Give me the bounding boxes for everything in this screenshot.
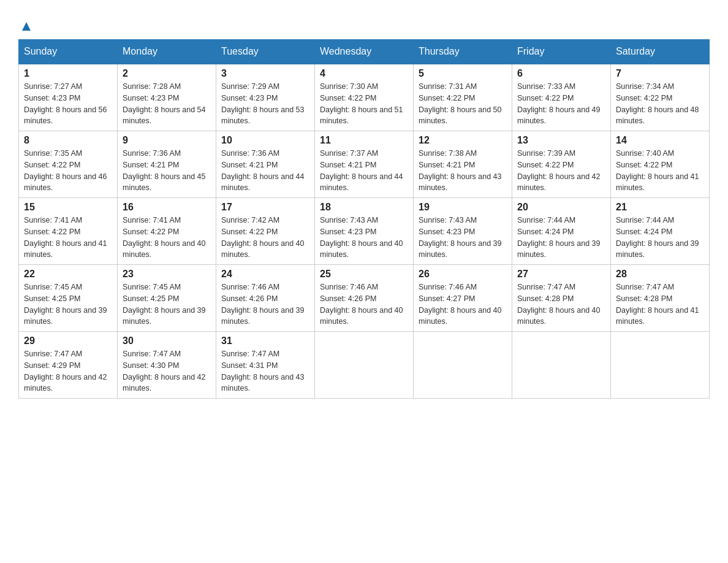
day-info: Sunrise: 7:46 AMSunset: 4:26 PMDaylight:…: [221, 282, 309, 327]
col-sunday: Sunday: [19, 40, 118, 64]
calendar-header: Sunday Monday Tuesday Wednesday Thursday…: [19, 40, 710, 64]
day-info: Sunrise: 7:46 AMSunset: 4:26 PMDaylight:…: [320, 282, 408, 327]
calendar-cell: 20Sunrise: 7:44 AMSunset: 4:24 PMDayligh…: [512, 198, 611, 265]
calendar-cell: [512, 332, 611, 399]
calendar-cell: 25Sunrise: 7:46 AMSunset: 4:26 PMDayligh…: [315, 265, 414, 332]
day-info: Sunrise: 7:36 AMSunset: 4:21 PMDaylight:…: [123, 148, 211, 194]
col-tuesday: Tuesday: [216, 40, 315, 64]
svg-marker-0: [22, 22, 31, 31]
day-info: Sunrise: 7:41 AMSunset: 4:22 PMDaylight:…: [24, 215, 112, 261]
day-number: 3: [221, 68, 309, 79]
day-number: 14: [616, 135, 704, 146]
col-saturday: Saturday: [611, 40, 710, 64]
calendar-cell: [315, 332, 414, 399]
day-number: 5: [419, 68, 507, 79]
calendar-cell: 17Sunrise: 7:42 AMSunset: 4:22 PMDayligh…: [216, 198, 315, 265]
day-number: 29: [24, 335, 112, 347]
calendar-cell: 3Sunrise: 7:29 AMSunset: 4:23 PMDaylight…: [216, 64, 315, 131]
calendar-cell: [414, 332, 512, 399]
day-info: Sunrise: 7:29 AMSunset: 4:23 PMDaylight:…: [221, 81, 309, 127]
day-number: 26: [419, 269, 507, 280]
day-info: Sunrise: 7:37 AMSunset: 4:21 PMDaylight:…: [320, 148, 408, 194]
calendar-cell: [611, 332, 710, 399]
day-info: Sunrise: 7:46 AMSunset: 4:27 PMDaylight:…: [419, 282, 507, 327]
calendar-cell: 4Sunrise: 7:30 AMSunset: 4:22 PMDaylight…: [315, 64, 414, 131]
day-number: 18: [320, 202, 408, 213]
day-number: 17: [221, 202, 309, 213]
calendar-cell: 18Sunrise: 7:43 AMSunset: 4:23 PMDayligh…: [315, 198, 414, 265]
header: [18, 12, 710, 33]
calendar-week-row: 1Sunrise: 7:27 AMSunset: 4:23 PMDaylight…: [19, 64, 710, 131]
day-number: 12: [419, 135, 507, 146]
day-number: 23: [123, 269, 211, 280]
day-number: 6: [517, 68, 605, 79]
calendar-week-row: 29Sunrise: 7:47 AMSunset: 4:29 PMDayligh…: [19, 332, 710, 399]
day-info: Sunrise: 7:40 AMSunset: 4:22 PMDaylight:…: [616, 148, 704, 194]
day-info: Sunrise: 7:43 AMSunset: 4:23 PMDaylight:…: [320, 215, 408, 261]
calendar-cell: 19Sunrise: 7:43 AMSunset: 4:23 PMDayligh…: [414, 198, 512, 265]
calendar-cell: 22Sunrise: 7:45 AMSunset: 4:25 PMDayligh…: [19, 265, 118, 332]
calendar-cell: 24Sunrise: 7:46 AMSunset: 4:26 PMDayligh…: [216, 265, 315, 332]
day-info: Sunrise: 7:27 AMSunset: 4:23 PMDaylight:…: [24, 81, 112, 127]
day-info: Sunrise: 7:45 AMSunset: 4:25 PMDaylight:…: [24, 282, 112, 327]
calendar-cell: 2Sunrise: 7:28 AMSunset: 4:23 PMDaylight…: [118, 64, 216, 131]
day-info: Sunrise: 7:28 AMSunset: 4:23 PMDaylight:…: [123, 81, 211, 127]
day-info: Sunrise: 7:47 AMSunset: 4:28 PMDaylight:…: [616, 282, 704, 327]
day-number: 24: [221, 269, 309, 280]
calendar-table: Sunday Monday Tuesday Wednesday Thursday…: [18, 39, 710, 399]
calendar-cell: 1Sunrise: 7:27 AMSunset: 4:23 PMDaylight…: [19, 64, 118, 131]
logo-triangle-icon: [20, 20, 33, 33]
day-number: 27: [517, 269, 605, 280]
logo: [18, 18, 33, 33]
calendar-week-row: 8Sunrise: 7:35 AMSunset: 4:22 PMDaylight…: [19, 131, 710, 198]
day-info: Sunrise: 7:47 AMSunset: 4:29 PMDaylight:…: [24, 348, 112, 394]
calendar-cell: 31Sunrise: 7:47 AMSunset: 4:31 PMDayligh…: [216, 332, 315, 399]
col-thursday: Thursday: [414, 40, 512, 64]
calendar-cell: 9Sunrise: 7:36 AMSunset: 4:21 PMDaylight…: [118, 131, 216, 198]
calendar-cell: 12Sunrise: 7:38 AMSunset: 4:21 PMDayligh…: [414, 131, 512, 198]
day-number: 20: [517, 202, 605, 213]
day-number: 15: [24, 202, 112, 213]
calendar-cell: 10Sunrise: 7:36 AMSunset: 4:21 PMDayligh…: [216, 131, 315, 198]
day-info: Sunrise: 7:34 AMSunset: 4:22 PMDaylight:…: [616, 81, 704, 127]
calendar-cell: 23Sunrise: 7:45 AMSunset: 4:25 PMDayligh…: [118, 265, 216, 332]
day-number: 19: [419, 202, 507, 213]
calendar-cell: 13Sunrise: 7:39 AMSunset: 4:22 PMDayligh…: [512, 131, 611, 198]
day-number: 30: [123, 335, 211, 347]
day-info: Sunrise: 7:38 AMSunset: 4:21 PMDaylight:…: [419, 148, 507, 194]
calendar-week-row: 22Sunrise: 7:45 AMSunset: 4:25 PMDayligh…: [19, 265, 710, 332]
calendar-cell: 11Sunrise: 7:37 AMSunset: 4:21 PMDayligh…: [315, 131, 414, 198]
col-monday: Monday: [118, 40, 216, 64]
calendar-cell: 8Sunrise: 7:35 AMSunset: 4:22 PMDaylight…: [19, 131, 118, 198]
col-wednesday: Wednesday: [315, 40, 414, 64]
day-number: 8: [24, 135, 112, 146]
day-number: 11: [320, 135, 408, 146]
day-info: Sunrise: 7:39 AMSunset: 4:22 PMDaylight:…: [517, 148, 605, 194]
calendar-cell: 7Sunrise: 7:34 AMSunset: 4:22 PMDaylight…: [611, 64, 710, 131]
calendar-cell: 14Sunrise: 7:40 AMSunset: 4:22 PMDayligh…: [611, 131, 710, 198]
day-info: Sunrise: 7:33 AMSunset: 4:22 PMDaylight:…: [517, 81, 605, 127]
day-number: 25: [320, 269, 408, 280]
header-row: Sunday Monday Tuesday Wednesday Thursday…: [19, 40, 710, 64]
day-info: Sunrise: 7:47 AMSunset: 4:28 PMDaylight:…: [517, 282, 605, 327]
day-info: Sunrise: 7:42 AMSunset: 4:22 PMDaylight:…: [221, 215, 309, 261]
calendar-cell: 15Sunrise: 7:41 AMSunset: 4:22 PMDayligh…: [19, 198, 118, 265]
calendar-cell: 30Sunrise: 7:47 AMSunset: 4:30 PMDayligh…: [118, 332, 216, 399]
calendar-cell: 28Sunrise: 7:47 AMSunset: 4:28 PMDayligh…: [611, 265, 710, 332]
day-info: Sunrise: 7:31 AMSunset: 4:22 PMDaylight:…: [419, 81, 507, 127]
day-info: Sunrise: 7:45 AMSunset: 4:25 PMDaylight:…: [123, 282, 211, 327]
day-number: 10: [221, 135, 309, 146]
day-number: 28: [616, 269, 704, 280]
day-info: Sunrise: 7:30 AMSunset: 4:22 PMDaylight:…: [320, 81, 408, 127]
calendar-week-row: 15Sunrise: 7:41 AMSunset: 4:22 PMDayligh…: [19, 198, 710, 265]
calendar-cell: 21Sunrise: 7:44 AMSunset: 4:24 PMDayligh…: [611, 198, 710, 265]
calendar-body: 1Sunrise: 7:27 AMSunset: 4:23 PMDaylight…: [19, 64, 710, 399]
day-number: 13: [517, 135, 605, 146]
day-number: 21: [616, 202, 704, 213]
day-info: Sunrise: 7:44 AMSunset: 4:24 PMDaylight:…: [616, 215, 704, 261]
calendar-cell: 29Sunrise: 7:47 AMSunset: 4:29 PMDayligh…: [19, 332, 118, 399]
day-number: 9: [123, 135, 211, 146]
day-info: Sunrise: 7:44 AMSunset: 4:24 PMDaylight:…: [517, 215, 605, 261]
calendar-cell: 5Sunrise: 7:31 AMSunset: 4:22 PMDaylight…: [414, 64, 512, 131]
day-info: Sunrise: 7:47 AMSunset: 4:30 PMDaylight:…: [123, 348, 211, 394]
